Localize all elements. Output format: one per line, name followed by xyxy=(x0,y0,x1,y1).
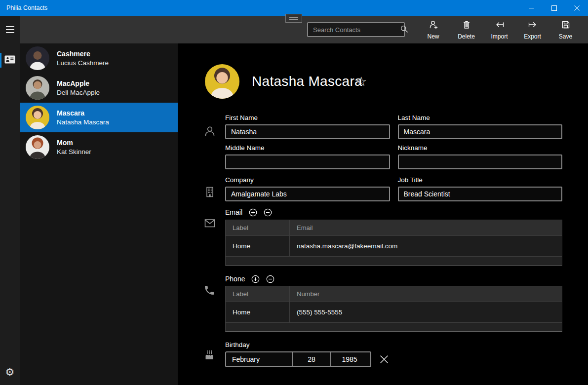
email-table: Label Email Home natasha.mascara@fakeema… xyxy=(225,220,562,266)
export-arrow-icon xyxy=(527,20,538,32)
last-name-label: Last Name xyxy=(398,114,563,122)
nickname-label: Nickname xyxy=(398,144,563,152)
save-button[interactable]: Save xyxy=(549,16,582,43)
contact-form: First Name Last Name Middle Name Nicknam… xyxy=(225,114,562,367)
birthday-month-select[interactable]: February xyxy=(226,352,292,366)
gear-icon: ⚙ xyxy=(5,366,15,378)
email-label-cell[interactable]: Home xyxy=(226,236,290,256)
birthday-date-picker: February 28 1985 xyxy=(225,351,371,367)
save-button-label: Save xyxy=(559,33,572,40)
remove-email-button[interactable] xyxy=(264,208,272,217)
contact-list: Cashmere Lucius Cashmere MacApple Dell M… xyxy=(20,43,178,385)
contact-full-name: Dell MacApple xyxy=(57,89,100,96)
search-icon xyxy=(400,25,408,35)
email-table-header: Label Email xyxy=(226,220,562,236)
nav-item-contacts[interactable] xyxy=(0,51,20,69)
building-icon xyxy=(203,186,216,198)
person-outline-icon xyxy=(203,125,216,138)
email-table-row: Home natasha.mascara@fakeemail.com xyxy=(226,236,562,257)
command-buttons: New Delete Import xyxy=(417,16,582,43)
window-title: Philia Contacts xyxy=(6,4,47,11)
minimize-button[interactable] xyxy=(520,0,543,16)
email-value-column-header: Email xyxy=(290,220,562,235)
email-label-column-header: Label xyxy=(226,220,290,235)
birthday-day-select[interactable]: 28 xyxy=(292,352,330,366)
birthday-row: February 28 1985 xyxy=(225,351,562,367)
phone-table: Label Number Home (555) 555-5555 xyxy=(225,286,562,332)
job-title-label: Job Title xyxy=(398,176,563,184)
last-name-field[interactable] xyxy=(398,124,563,139)
remove-phone-button[interactable] xyxy=(266,275,274,283)
company-label: Company xyxy=(225,176,390,184)
contact-full-name: Natasha Mascara xyxy=(57,118,109,126)
import-button[interactable]: Import xyxy=(483,16,516,43)
person-add-icon xyxy=(429,20,438,32)
hamburger-menu-icon xyxy=(6,26,14,33)
hamburger-menu-button[interactable] xyxy=(0,21,20,38)
new-button-label: New xyxy=(427,33,439,40)
phone-label-cell[interactable]: Home xyxy=(226,302,290,322)
contact-detail-panel: Natasha Mascara ☆ xyxy=(178,43,588,385)
phone-table-header: Label Number xyxy=(226,286,562,302)
delete-button-label: Delete xyxy=(458,33,475,40)
contact-avatar xyxy=(26,76,49,100)
clear-birthday-button[interactable] xyxy=(379,354,390,365)
nickname-field[interactable] xyxy=(398,154,563,169)
first-name-field[interactable] xyxy=(225,124,390,139)
phone-table-row: Home (555) 555-5555 xyxy=(226,302,562,323)
company-field[interactable] xyxy=(225,187,390,201)
contact-full-name: Lucius Cashmere xyxy=(57,59,109,67)
envelope-icon xyxy=(203,218,216,229)
detail-display-name: Natasha Mascara xyxy=(252,64,362,99)
add-email-button[interactable] xyxy=(249,208,257,217)
contact-card-icon xyxy=(4,55,15,66)
nav-item-settings[interactable]: ⚙ xyxy=(0,363,20,381)
contact-avatar xyxy=(26,135,49,159)
email-value-cell[interactable]: natasha.mascara@fakeemail.com xyxy=(290,236,562,256)
add-phone-button[interactable] xyxy=(251,275,260,283)
search-box xyxy=(307,22,405,37)
contact-list-item-cashmere[interactable]: Cashmere Lucius Cashmere xyxy=(20,43,178,73)
delete-contact-button[interactable]: Delete xyxy=(450,16,483,43)
window-controls xyxy=(520,0,588,16)
phone-section-title: Phone xyxy=(225,275,245,283)
phone-icon xyxy=(203,284,215,296)
phone-number-column-header: Number xyxy=(290,286,562,302)
command-toolbar: New Delete Import xyxy=(20,16,588,43)
contact-name: Mascara xyxy=(57,109,109,117)
contact-avatar xyxy=(26,46,49,70)
detail-avatar xyxy=(205,64,239,99)
import-arrow-icon xyxy=(494,20,505,32)
contact-full-name: Kat Skinner xyxy=(57,148,91,155)
contact-name: Mom xyxy=(57,139,91,147)
contact-list-item-macapple[interactable]: MacApple Dell MacApple xyxy=(20,73,178,103)
export-button[interactable]: Export xyxy=(516,16,549,43)
phone-section-header: Phone xyxy=(225,274,562,283)
star-outline-icon[interactable]: ☆ xyxy=(355,64,367,99)
email-section-header: Email xyxy=(225,208,562,217)
trash-icon xyxy=(462,20,471,32)
export-button-label: Export xyxy=(524,33,541,40)
save-floppy-icon xyxy=(561,20,571,32)
phone-label-column-header: Label xyxy=(226,286,290,302)
contact-name: MacApple xyxy=(57,79,100,87)
search-input[interactable] xyxy=(313,26,400,34)
job-title-field[interactable] xyxy=(398,187,563,201)
birthday-year-select[interactable]: 1985 xyxy=(330,352,368,366)
nav-rail: ⚙ xyxy=(0,16,20,385)
birthday-cake-icon xyxy=(203,349,215,361)
contact-list-item-mascara[interactable]: Mascara Natasha Mascara xyxy=(20,103,178,132)
middle-name-label: Middle Name xyxy=(225,144,390,152)
new-contact-button[interactable]: New xyxy=(417,16,450,43)
phone-number-cell[interactable]: (555) 555-5555 xyxy=(290,302,562,322)
close-button[interactable] xyxy=(565,0,588,16)
birthday-label: Birthday xyxy=(225,341,562,350)
window-grip-handle[interactable] xyxy=(285,14,302,23)
contact-name: Cashmere xyxy=(57,50,109,58)
contact-list-item-mom[interactable]: Mom Kat Skinner xyxy=(20,132,178,162)
maximize-button[interactable] xyxy=(543,0,565,16)
middle-name-field[interactable] xyxy=(225,154,390,169)
email-table-footer-strip xyxy=(226,257,562,265)
import-button-label: Import xyxy=(491,33,508,40)
email-section-title: Email xyxy=(225,208,242,216)
